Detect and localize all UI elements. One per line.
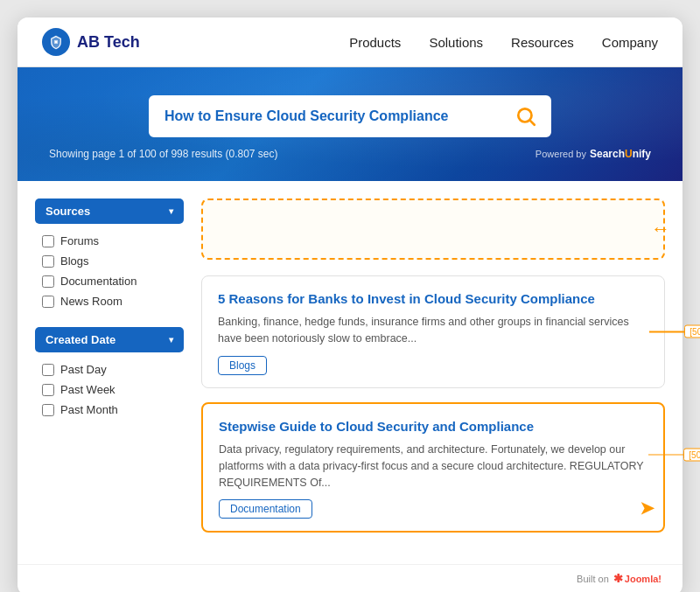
hero-meta: Showing page 1 of 100 of 998 results (0.… [42, 148, 658, 160]
sources-chevron: ▾ [169, 206, 173, 216]
sources-label: Sources [46, 205, 90, 218]
search-bar [149, 95, 551, 137]
checkbox-documentation[interactable] [42, 275, 54, 288]
search-input[interactable] [164, 108, 511, 124]
hero-section: Showing page 1 of 100 of 998 results (0.… [18, 67, 682, 181]
joomla-logo: ✱ Joomla! [613, 572, 662, 585]
label-past-week: Past Week [60, 383, 116, 396]
result-desc-2: Data privacy, regulatory requirements, a… [219, 442, 648, 491]
checkbox-past-week[interactable] [42, 384, 54, 396]
date-filter: Created Date ▾ Past Day Past Week Past M… [35, 327, 184, 420]
featured-arrow-icon: ← [651, 218, 670, 240]
filter-blogs[interactable]: Blogs [35, 251, 184, 271]
brand: AB Tech [42, 28, 140, 56]
annotation-1: [50] [649, 325, 700, 338]
featured-placeholder: ← [201, 198, 665, 260]
powered-by-brand: SearchUnify [590, 148, 651, 160]
nav-products[interactable]: Products [349, 35, 401, 50]
label-past-day: Past Day [60, 363, 107, 376]
checkbox-blogs[interactable] [42, 255, 54, 268]
result-tag-2[interactable]: Documentation [219, 499, 312, 519]
sidebar: Sources ▾ Forums Blogs Documentation [35, 198, 184, 547]
checkbox-past-month[interactable] [42, 404, 54, 416]
label-forums: Forums [60, 234, 99, 247]
sources-filter: Sources ▾ Forums Blogs Documentation [35, 198, 184, 311]
filter-past-day[interactable]: Past Day [35, 359, 184, 380]
joomla-brand: Joomla! [625, 574, 662, 584]
filter-past-week[interactable]: Past Week [35, 380, 184, 400]
search-button[interactable] [511, 101, 541, 131]
built-on-label: Built on [577, 574, 609, 584]
filter-documentation[interactable]: Documentation [35, 271, 184, 291]
nav-resources[interactable]: Resources [511, 35, 574, 50]
joomla-icon: ✱ [613, 572, 623, 585]
nav-company[interactable]: Company [602, 35, 658, 50]
navbar: AB Tech Products Solutions Resources Com… [18, 17, 682, 67]
annotation-label-1: [50] [684, 325, 700, 338]
result-title-2[interactable]: Stepwise Guide to Cloud Security and Com… [219, 418, 648, 435]
label-documentation: Documentation [60, 275, 136, 288]
results-text: Showing page 1 of 100 of 998 results (0.… [49, 148, 278, 160]
date-header[interactable]: Created Date ▾ [35, 327, 184, 352]
label-blogs: Blogs [60, 254, 89, 268]
card-arrow-icon: ➤ [640, 498, 654, 519]
label-newsroom: News Room [60, 295, 122, 308]
checkbox-forums[interactable] [42, 235, 54, 247]
filter-newsroom[interactable]: News Room [35, 291, 184, 311]
checkbox-newsroom[interactable] [42, 296, 54, 308]
search-bar-container [42, 95, 658, 137]
content-area: Sources ▾ Forums Blogs Documentation [18, 181, 682, 564]
checkbox-past-day[interactable] [42, 364, 54, 376]
result-card-1: [50] 5 Reasons for Banks to Invest in Cl… [201, 275, 665, 388]
brand-icon [42, 28, 70, 56]
nav-solutions[interactable]: Solutions [429, 35, 483, 50]
annotation-label-2: [50] [683, 448, 700, 461]
date-chevron: ▾ [169, 335, 173, 345]
result-title-1[interactable]: 5 Reasons for Banks to Invest in Cloud S… [218, 290, 648, 308]
page-wrapper: AB Tech Products Solutions Resources Com… [18, 17, 682, 592]
result-desc-1: Banking, finance, hedge funds, insurance… [218, 314, 648, 347]
filter-past-month[interactable]: Past Month [35, 400, 184, 420]
label-past-month: Past Month [60, 403, 118, 416]
date-label: Created Date [46, 333, 116, 346]
annotation-2: [50] [648, 448, 700, 461]
powered-by: Powered by SearchUnify [536, 148, 651, 160]
brand-name: AB Tech [77, 33, 140, 52]
sources-header[interactable]: Sources ▾ [35, 198, 184, 224]
nav-links: Products Solutions Resources Company [349, 35, 658, 50]
result-card-2: [50] ➤ Stepwise Guide to Cloud Security … [201, 402, 665, 533]
footer: Built on ✱ Joomla! [18, 564, 682, 592]
powered-by-label: Powered by [536, 149, 586, 159]
result-tag-1[interactable]: Blogs [218, 356, 267, 375]
filter-forums[interactable]: Forums [35, 231, 184, 251]
main-results: ← [50] 5 Reasons for Banks to Invest in … [201, 198, 665, 547]
